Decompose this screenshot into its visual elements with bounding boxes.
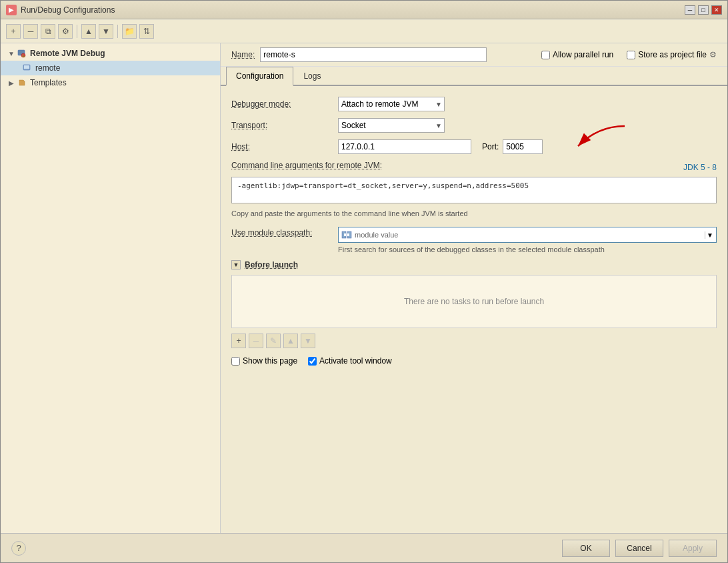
sidebar: ▼ 🐛 Remote JVM Debug — [1, 43, 221, 533]
copy-config-button[interactable]: ⧉ — [41, 24, 55, 39]
remove-config-button[interactable]: ─ — [23, 24, 38, 39]
transport-select[interactable]: Socket Shared memory — [338, 118, 445, 133]
before-launch-up-btn[interactable]: ▲ — [283, 334, 298, 348]
allow-parallel-run-checkbox[interactable] — [541, 51, 550, 59]
config-panel: Debugger mode: Attach to remote JVM List… — [221, 86, 727, 533]
before-launch-remove-btn[interactable]: ─ — [249, 334, 263, 348]
cmdline-label: Command line arguments for remote JVM: — [231, 161, 382, 170]
run-debug-configurations-window: ▶ Run/Debug Configurations ─ □ ✕ + ─ ⧉ ⚙… — [0, 0, 728, 563]
ok-button[interactable]: OK — [562, 540, 610, 557]
name-input[interactable] — [260, 47, 487, 62]
show-this-page-checkbox[interactable] — [231, 357, 240, 366]
name-field-label: Name: — [231, 50, 255, 59]
port-label: Port: — [482, 142, 499, 151]
host-port-row: Host: Port: — [231, 139, 717, 154]
bottom-checkboxes: Show this page Activate tool window — [231, 356, 717, 366]
remote-label: remote — [35, 63, 60, 73]
configuration-tabs: Configuration Logs — [221, 67, 727, 86]
module-classpath-note: First search for sources of the debugged… — [338, 245, 717, 253]
allow-parallel-run-container: Allow parallel run — [541, 50, 613, 59]
tab-configuration[interactable]: Configuration — [226, 67, 293, 86]
remote-jvm-debug-icon: 🐛 — [17, 48, 27, 59]
maximize-button[interactable]: □ — [698, 5, 709, 15]
cancel-button[interactable]: Cancel — [615, 540, 663, 557]
transport-row: Transport: Socket Shared memory ▼ — [231, 118, 717, 133]
before-launch-collapse-btn[interactable]: ▼ — [231, 260, 241, 269]
footer-actions: OK Cancel Apply — [562, 540, 717, 557]
cmdline-textarea[interactable]: -agentlib:jdwp=transport=dt_socket,serve… — [231, 177, 717, 203]
settings-button[interactable]: ⚙ — [58, 24, 73, 39]
debugger-mode-select-wrapper: Attach to remote JVM Listen to remote JV… — [338, 97, 445, 111]
transport-select-wrapper: Socket Shared memory ▼ — [338, 118, 445, 133]
before-launch-title: Before launch — [245, 260, 298, 269]
help-button[interactable]: ? — [11, 541, 26, 556]
tab-logs[interactable]: Logs — [293, 67, 331, 86]
debugger-mode-select[interactable]: Attach to remote JVM Listen to remote JV… — [338, 97, 445, 111]
svg-rect-8 — [344, 233, 346, 236]
config-inner: Debugger mode: Attach to remote JVM List… — [231, 97, 717, 366]
main-toolbar: + ─ ⧉ ⚙ ▲ ▼ 📁 ⇅ — [1, 19, 727, 43]
add-config-button[interactable]: + — [6, 24, 21, 39]
cmdline-copy-note: Copy and paste the arguments to the comm… — [231, 209, 717, 217]
module-dropdown-arrow[interactable]: ▼ — [707, 231, 713, 239]
minimize-button[interactable]: ─ — [685, 5, 695, 15]
store-as-project-checkbox[interactable] — [627, 51, 635, 59]
cmdline-section: Command line arguments for remote JVM: J… — [231, 161, 717, 217]
toolbar-separator-2 — [117, 25, 118, 38]
store-as-project-container: Store as project file ⚙ — [627, 50, 717, 59]
move-down-button[interactable]: ▼ — [99, 24, 113, 39]
right-panel: Name: Allow parallel run Store as projec… — [221, 43, 727, 533]
close-button[interactable]: ✕ — [711, 5, 722, 15]
module-classpath-select-wrapper: module value ▼ — [338, 227, 717, 243]
name-bar: Name: Allow parallel run Store as projec… — [221, 43, 727, 67]
before-launch-edit-btn[interactable]: ✎ — [266, 334, 281, 348]
sidebar-item-remote-jvm-debug[interactable]: ▼ 🐛 Remote JVM Debug — [1, 46, 220, 61]
no-tasks-text: There are no tasks to run before launch — [404, 297, 544, 306]
main-content: ▼ 🐛 Remote JVM Debug — [1, 43, 727, 533]
before-launch-toolbar: + ─ ✎ ▲ ▼ — [231, 334, 717, 348]
allow-parallel-run-label: Allow parallel run — [553, 50, 613, 59]
debugger-mode-label: Debugger mode: — [231, 99, 338, 109]
jdk-version-link[interactable]: JDK 5 - 8 — [683, 163, 717, 172]
remote-jvm-debug-label: Remote JVM Debug — [30, 49, 105, 58]
svg-text:🐛: 🐛 — [22, 54, 25, 57]
activate-tool-window-container: Activate tool window — [308, 356, 392, 366]
folder-button[interactable]: 📁 — [122, 24, 137, 39]
move-up-button[interactable]: ▲ — [81, 24, 96, 39]
remote-icon — [22, 63, 33, 73]
dialog-footer: ? OK Cancel Apply — [1, 533, 727, 562]
toolbar-separator — [77, 25, 77, 38]
before-launch-add-btn[interactable]: + — [231, 334, 246, 348]
host-input[interactable] — [338, 139, 471, 154]
before-launch-box: There are no tasks to run before launch — [231, 275, 717, 328]
sort-button[interactable]: ⇅ — [139, 24, 154, 39]
module-selected-value: module value — [355, 231, 398, 239]
activate-tool-window-label: Activate tool window — [319, 356, 392, 366]
sidebar-item-remote[interactable]: remote — [1, 61, 220, 75]
debugger-mode-row: Debugger mode: Attach to remote JVM List… — [231, 97, 717, 111]
transport-label: Transport: — [231, 121, 338, 130]
store-as-project-label: Store as project file — [638, 50, 707, 59]
window-icon: ▶ — [6, 5, 17, 15]
module-classpath-row: Use module classpath: module value — [231, 227, 717, 243]
activate-tool-window-checkbox[interactable] — [308, 357, 317, 366]
svg-rect-4 — [24, 65, 29, 69]
host-label: Host: — [231, 142, 338, 151]
titlebar-buttons: ─ □ ✕ — [685, 5, 722, 15]
window-title: Run/Debug Configurations — [21, 5, 685, 15]
before-launch-section-header: ▼ Before launch — [231, 260, 717, 269]
svg-rect-9 — [347, 233, 349, 236]
apply-button[interactable]: Apply — [669, 540, 717, 557]
store-settings-icon[interactable]: ⚙ — [709, 50, 717, 59]
titlebar: ▶ Run/Debug Configurations ─ □ ✕ — [1, 1, 727, 19]
port-input[interactable] — [503, 139, 543, 154]
sidebar-item-templates[interactable]: ▶ Templates — [1, 75, 220, 90]
before-launch-down-btn[interactable]: ▼ — [301, 334, 315, 348]
show-this-page-label: Show this page — [243, 356, 297, 366]
templates-icon — [17, 77, 27, 88]
module-classpath-label: Use module classpath: — [231, 227, 338, 237]
show-this-page-container: Show this page — [231, 356, 297, 366]
templates-label: Templates — [30, 78, 67, 87]
templates-expand-icon[interactable]: ▶ — [6, 77, 17, 88]
tree-expand-icon[interactable]: ▼ — [6, 48, 17, 59]
